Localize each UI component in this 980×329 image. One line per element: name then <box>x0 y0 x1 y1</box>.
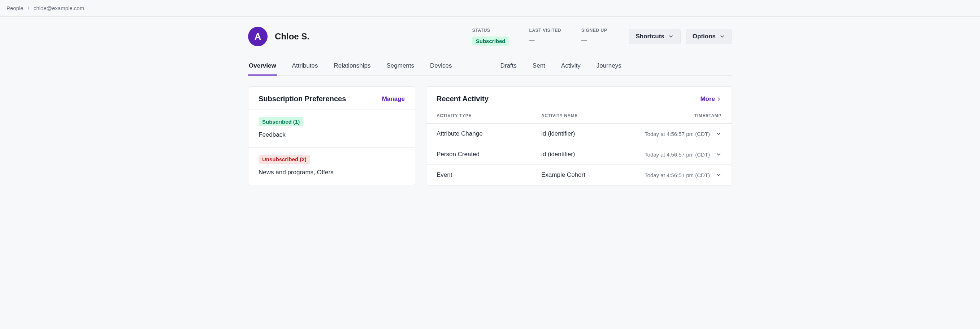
chevron-down-icon <box>716 172 721 178</box>
subscription-title: Subscription Preferences <box>259 95 346 103</box>
tab-journeys[interactable]: Journeys <box>596 59 622 75</box>
person-name: Chloe S. <box>275 32 309 42</box>
breadcrumb: People / chloe@example.com <box>0 0 980 17</box>
chevron-right-icon <box>716 97 721 102</box>
tab-activity[interactable]: Activity <box>560 59 581 75</box>
activity-timestamp: Today at 4:56:51 pm (CDT) <box>644 172 710 178</box>
col-header-name: ACTIVITY NAME <box>541 113 642 118</box>
activity-name: id (identifier) <box>541 151 642 158</box>
unsubscribed-badge: Unsubscribed (2) <box>259 155 310 164</box>
breadcrumb-current: chloe@example.com <box>33 5 84 11</box>
activity-type: Attribute Change <box>437 130 541 137</box>
recent-activity-card: Recent Activity More ACTIVITY TYPE ACTIV… <box>426 86 732 185</box>
subscribed-badge: Subscribed (1) <box>259 117 303 126</box>
more-link[interactable]: More <box>700 96 721 103</box>
meta-group: STATUS Subscribed LAST VISITED — SIGNED … <box>472 28 607 46</box>
options-button[interactable]: Options <box>686 29 732 44</box>
col-header-time: TIMESTAMP <box>642 113 721 118</box>
meta-last-visited-label: LAST VISITED <box>529 28 561 33</box>
unsubscribed-list: News and programs, Offers <box>259 169 405 176</box>
activity-type: Person Created <box>437 151 541 158</box>
chevron-down-icon <box>719 34 725 39</box>
activity-type: Event <box>437 171 541 179</box>
subscribed-section: Subscribed (1) Feedback <box>248 110 415 147</box>
avatar: A <box>248 27 267 46</box>
shortcuts-button-label: Shortcuts <box>636 33 664 40</box>
person-header: A Chloe S. STATUS Subscribed LAST VISITE… <box>248 17 732 55</box>
col-header-type: ACTIVITY TYPE <box>437 113 541 118</box>
subscription-preferences-card: Subscription Preferences Manage Subscrib… <box>248 86 415 185</box>
chevron-down-icon <box>716 131 721 137</box>
tab-drafts[interactable]: Drafts <box>500 59 517 75</box>
tab-overview[interactable]: Overview <box>248 59 277 75</box>
tab-segments[interactable]: Segments <box>386 59 415 75</box>
meta-last-visited: LAST VISITED — <box>529 28 561 43</box>
activity-timestamp: Today at 4:56:57 pm (CDT) <box>644 131 710 137</box>
activity-row[interactable]: Event Example Cohort Today at 4:56:51 pm… <box>426 164 732 185</box>
activity-row[interactable]: Person Created id (identifier) Today at … <box>426 144 732 164</box>
shortcuts-button[interactable]: Shortcuts <box>628 29 680 44</box>
tabs: Overview Attributes Relationships Segmen… <box>248 59 732 75</box>
meta-signed-up-value: — <box>581 37 607 43</box>
unsubscribed-section: Unsubscribed (2) News and programs, Offe… <box>248 147 415 185</box>
tab-attributes[interactable]: Attributes <box>291 59 319 75</box>
activity-column-headers: ACTIVITY TYPE ACTIVITY NAME TIMESTAMP <box>426 110 732 123</box>
chevron-down-icon <box>668 34 674 39</box>
more-link-label: More <box>700 96 715 103</box>
activity-name: Example Cohort <box>541 171 642 179</box>
activity-timestamp: Today at 4:56:57 pm (CDT) <box>644 152 710 158</box>
meta-signed-up: SIGNED UP — <box>581 28 607 43</box>
manage-link[interactable]: Manage <box>382 96 405 103</box>
status-badge: Subscribed <box>472 37 509 46</box>
tab-sent[interactable]: Sent <box>532 59 546 75</box>
tab-devices[interactable]: Devices <box>430 59 452 75</box>
meta-signed-up-label: SIGNED UP <box>581 28 607 33</box>
breadcrumb-parent[interactable]: People <box>6 5 24 11</box>
activity-row[interactable]: Attribute Change id (identifier) Today a… <box>426 123 732 144</box>
activity-name: id (identifier) <box>541 130 642 137</box>
options-button-label: Options <box>692 33 716 40</box>
meta-last-visited-value: — <box>529 37 561 43</box>
tab-relationships[interactable]: Relationships <box>333 59 371 75</box>
activity-title: Recent Activity <box>437 95 488 103</box>
subscribed-list: Feedback <box>259 131 405 139</box>
chevron-down-icon <box>716 152 721 157</box>
breadcrumb-separator: / <box>28 5 29 11</box>
meta-status: STATUS Subscribed <box>472 28 509 46</box>
meta-status-label: STATUS <box>472 28 509 33</box>
